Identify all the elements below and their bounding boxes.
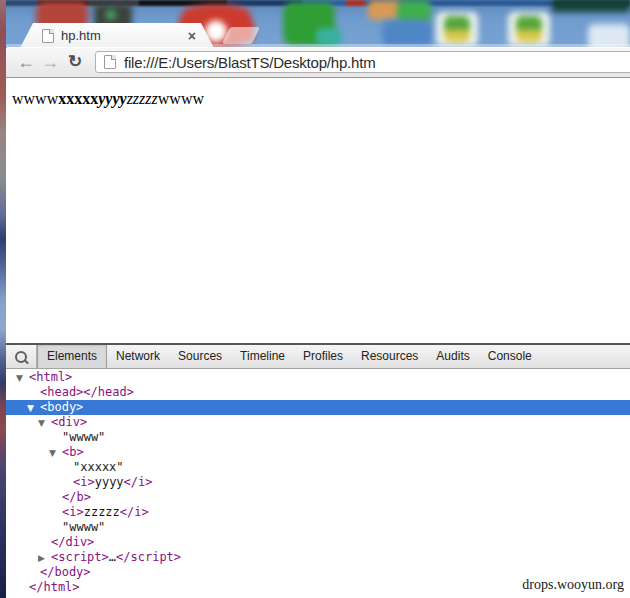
- window-left-edge: [0, 0, 6, 598]
- devtools-panel: ElementsNetworkSourcesTimelineProfilesRe…: [6, 343, 630, 598]
- url-page-icon: [104, 55, 116, 69]
- dom-text-node: zzzzz: [84, 505, 120, 519]
- tree-row[interactable]: "wwww": [6, 430, 630, 445]
- devtools-tab-profiles[interactable]: Profiles: [294, 345, 352, 368]
- text-italic: zzzzz: [127, 90, 158, 107]
- text-bold-italic: yyyy: [98, 90, 126, 107]
- tree-row[interactable]: ▼<b>: [6, 445, 630, 460]
- devtools-tab-audits[interactable]: Audits: [427, 345, 478, 368]
- tree-row[interactable]: "xxxxx": [6, 460, 630, 475]
- dom-tag: <script>: [51, 550, 109, 564]
- desktop-icon: [552, 0, 630, 12]
- devtools-tab-sources[interactable]: Sources: [169, 345, 231, 368]
- devtools-tab-resources[interactable]: Resources: [352, 345, 427, 368]
- devtools-tabbar-tabs: ElementsNetworkSourcesTimelineProfilesRe…: [37, 345, 541, 368]
- twisty-icon[interactable]: ▼: [38, 416, 51, 431]
- tab-close-icon[interactable]: ×: [188, 29, 196, 43]
- dom-text-node: "xxxxx": [73, 460, 124, 474]
- dom-tag: <html>: [29, 370, 72, 384]
- browser-tab[interactable]: hp.htm ×: [20, 23, 214, 48]
- dom-text-node: "wwww": [62, 430, 105, 444]
- search-icon: [15, 351, 27, 363]
- desktop-icon: [436, 12, 478, 46]
- dom-tag: <i>: [73, 475, 95, 489]
- dom-tag: <div>: [51, 415, 87, 429]
- tree-row[interactable]: </b>: [6, 490, 630, 505]
- dom-text-node: "wwww": [62, 520, 105, 534]
- url-text: file:///E:/Users/BlastTS/Desktop/hp.htm: [124, 54, 375, 71]
- forward-button[interactable]: →: [38, 48, 62, 76]
- dom-text-node: yyyy: [95, 475, 124, 489]
- tree-row[interactable]: ▼<body>: [6, 400, 630, 415]
- desktop-icon: [106, 10, 116, 20]
- search-button[interactable]: [6, 345, 36, 368]
- dom-tag: </script>: [116, 550, 181, 564]
- tree-row[interactable]: <i>yyyy</i>: [6, 475, 630, 490]
- twisty-icon[interactable]: ▼: [49, 446, 62, 461]
- text-bold: xxxxx: [58, 90, 98, 107]
- reload-button[interactable]: ↻: [62, 48, 88, 76]
- tree-row[interactable]: </div>: [6, 535, 630, 550]
- dom-tag: <head></head>: [40, 385, 134, 399]
- dom-tree: ▼<html><head></head>▼<body>▼<div>"wwww"▼…: [6, 369, 630, 595]
- page-content-text: wwwwxxxxxyyyyzzzzzwwww: [6, 79, 630, 108]
- page-favicon-icon: [42, 29, 54, 43]
- tree-row[interactable]: ▼<div>: [6, 415, 630, 430]
- tree-row[interactable]: ▼<html>: [6, 370, 630, 385]
- desktop-icon: [382, 20, 432, 46]
- dom-tag: <i>: [62, 505, 84, 519]
- twisty-icon[interactable]: ▼: [16, 371, 29, 386]
- page-viewport: wwwwxxxxxyyyyzzzzzwwww: [6, 79, 630, 343]
- twisty-icon[interactable]: ▼: [27, 401, 40, 416]
- tree-row[interactable]: "wwww": [6, 520, 630, 535]
- address-bar[interactable]: file:///E:/Users/BlastTS/Desktop/hp.htm: [95, 51, 630, 73]
- twisty-icon[interactable]: ▶: [38, 551, 51, 566]
- dom-text-node: …: [109, 550, 116, 564]
- desktop-icon: [508, 12, 550, 46]
- dom-tag: </div>: [51, 535, 94, 549]
- watermark-text: drops.wooyun.org: [522, 577, 624, 593]
- devtools-tab-console[interactable]: Console: [479, 345, 541, 368]
- dom-tag: </i>: [120, 505, 149, 519]
- text-normal: wwww: [12, 90, 58, 107]
- dom-tag: </body>: [40, 565, 91, 579]
- devtools-toolbar: ElementsNetworkSourcesTimelineProfilesRe…: [6, 345, 630, 369]
- text-normal: wwww: [158, 90, 204, 107]
- tree-row[interactable]: <i>zzzzz</i>: [6, 505, 630, 520]
- dom-tag: </b>: [62, 490, 91, 504]
- tab-title: hp.htm: [61, 28, 101, 43]
- back-button[interactable]: ←: [14, 48, 38, 76]
- dom-tag: </i>: [124, 475, 153, 489]
- devtools-tab-timeline[interactable]: Timeline: [231, 345, 294, 368]
- dom-tag: </html>: [29, 580, 80, 594]
- navigation-toolbar: ← → ↻ file:///E:/Users/BlastTS/Desktop/h…: [6, 47, 630, 78]
- devtools-tab-network[interactable]: Network: [107, 345, 169, 368]
- dom-tag: <b>: [62, 445, 84, 459]
- tree-row[interactable]: <head></head>: [6, 385, 630, 400]
- devtools-tab-elements[interactable]: Elements: [37, 345, 107, 368]
- tree-row[interactable]: ▶<script>…</script>: [6, 550, 630, 565]
- dom-tag: <body>: [40, 400, 83, 414]
